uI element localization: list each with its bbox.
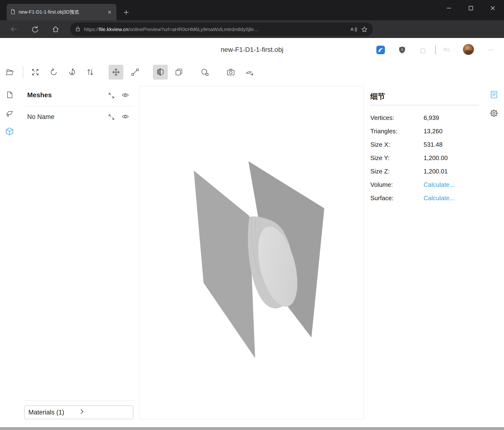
meshes-header: Meshes [27,91,52,99]
flip-vertical-button[interactable] [83,65,98,80]
bottom-scrollbar-strip [0,427,504,430]
browser-tab[interactable]: new-F1-D1-1-first.obj3D预览 [7,4,117,20]
chevron-right-icon [79,409,129,416]
materials-label: Materials (1) [28,409,79,416]
3d-render [139,86,364,419]
details-row: Volume: Calculate... [370,178,479,191]
details-row: Size X: 531.48 [370,138,479,151]
zoom-to-all-icon[interactable] [107,91,116,100]
vertices-value: 6,939 [423,114,439,122]
tab-close-icon[interactable] [106,9,113,16]
url-text: https://file.kkview.cn/onlinePreview?url… [84,27,346,32]
zoom-extents-button[interactable] [28,65,43,80]
rotate-axis-button[interactable] [65,65,80,80]
screenshot-button[interactable] [223,65,238,80]
details-row: Size Y: 1,200.00 [370,151,479,164]
mesh-plane-left [194,171,255,358]
details-divider [370,105,479,105]
meshes-divider [24,106,134,107]
tab-document-icon [10,9,16,16]
size-x-value: 531.48 [423,141,443,148]
details-header: 细节 [370,92,385,102]
details-row: Surface: Calculate... [370,191,479,205]
details-panel-icon[interactable] [489,89,499,100]
favorite-star-icon[interactable] [360,26,368,33]
open-model-button[interactable] [2,65,17,80]
visibility-all-eye-icon[interactable] [121,91,130,99]
zoom-region-button[interactable] [197,65,212,80]
shaded-view-button[interactable] [153,65,168,80]
mesh-visibility-eye-icon[interactable] [121,112,130,121]
refresh-button[interactable] [29,23,40,35]
materials-button[interactable]: Materials (1) [24,405,133,419]
zoom-to-mesh-icon[interactable] [107,113,116,121]
materials-icon[interactable] [4,108,15,119]
address-bar[interactable]: https://file.kkview.cn/onlinePreview?url… [70,22,373,36]
copy-view-button[interactable] [171,65,186,80]
mesh-item-name: No Name [27,113,54,121]
file-info-icon[interactable] [4,90,15,100]
home-button[interactable] [50,23,61,35]
toolbar-separator [23,66,23,78]
window-minimize-button[interactable] [441,2,456,14]
rotate-view-button[interactable] [46,65,61,80]
triangles-value: 13,260 [423,128,443,135]
back-button[interactable] [8,23,19,35]
tab-title: new-F1-D1-1-first.obj3D预览 [19,9,103,15]
read-aloud-icon[interactable]: A [350,26,357,33]
details-table: Vertices: 6,939 Triangles: 13,260 Size X… [370,111,479,205]
new-tab-button[interactable] [122,8,130,17]
settings-gear-icon[interactable] [489,108,499,119]
model-cube-icon[interactable] [4,126,15,137]
page-title: new-F1-D1-1-first.obj [0,46,504,54]
window-close-button[interactable] [485,2,500,14]
svg-text:A: A [351,27,353,32]
details-row: Triangles: 13,260 [370,124,479,138]
surface-calculate-link[interactable]: Calculate... [423,195,455,202]
details-row: Vertices: 6,939 [370,111,479,124]
window-maximize-button[interactable] [463,2,478,14]
move-tool-button[interactable] [108,65,123,80]
lock-icon [75,26,81,33]
browser-tab-bar: new-F1-D1-1-first.obj3D预览 [0,0,504,20]
volume-calculate-link[interactable]: Calculate... [423,181,455,188]
materials-divider [24,400,134,401]
browser-navbar: https://file.kkview.cn/onlinePreview?url… [0,20,504,38]
details-row: Size Z: 1,200.01 [370,164,479,178]
size-z-value: 1,200.01 [423,168,448,175]
export-model-button[interactable] [242,65,257,80]
size-y-value: 1,200.00 [423,154,448,162]
measure-line-button[interactable] [128,65,143,80]
3d-viewport[interactable] [139,86,364,419]
